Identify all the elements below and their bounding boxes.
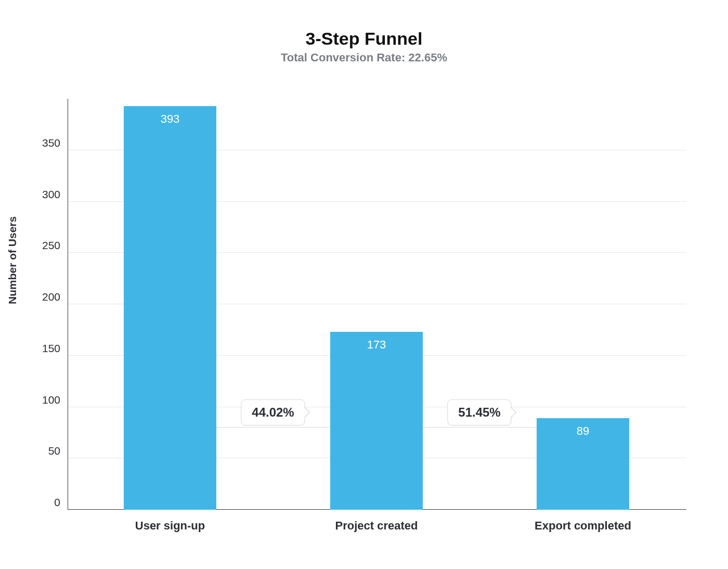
conversion-badge: 44.02%: [241, 399, 305, 425]
y-tick: 250: [42, 239, 60, 252]
y-tick: 0: [54, 496, 60, 509]
x-tick: Export completed: [535, 519, 631, 533]
bar-user-sign-up: 393: [124, 106, 216, 510]
bar-value: 89: [537, 424, 629, 438]
y-tick: 150: [42, 342, 60, 355]
connector-line: [216, 427, 330, 428]
y-axis-label: Number of Users: [6, 216, 19, 304]
y-tick: 100: [42, 394, 60, 406]
bar-value: 393: [124, 112, 216, 126]
y-axis-line: [68, 99, 68, 510]
connector-line: [423, 427, 537, 428]
y-tick: 350: [42, 137, 60, 149]
x-tick: User sign-up: [135, 519, 205, 533]
bar-export-completed: 89: [537, 418, 629, 510]
bar-value: 173: [330, 338, 423, 352]
y-tick: 50: [48, 445, 60, 457]
y-tick: 200: [42, 291, 60, 303]
conversion-badge: 51.45%: [447, 399, 511, 425]
x-tick: Project created: [335, 519, 418, 533]
bar-project-created: 173: [330, 332, 423, 510]
chart-title: 3-Step Funnel: [0, 29, 728, 49]
funnel-chart: 3-Step Funnel Total Conversion Rate: 22.…: [0, 0, 728, 569]
plot-area: 0 50 100 150 200 250 300 350 393 173 89 …: [68, 99, 686, 510]
y-tick: 300: [42, 188, 60, 201]
chart-subtitle: Total Conversion Rate: 22.65%: [0, 51, 728, 64]
